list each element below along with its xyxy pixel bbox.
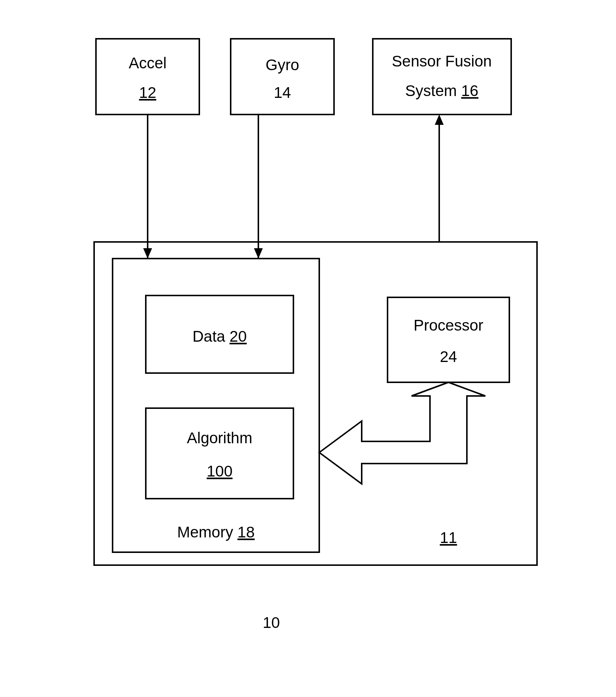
- svg-rect-7: [388, 297, 509, 382]
- memory-label-row: Memory 18: [177, 523, 255, 541]
- sensor-fusion-box: Sensor Fusion System 16: [373, 39, 511, 115]
- accel-label: Accel: [129, 54, 167, 72]
- algorithm-ref: 100: [207, 462, 233, 480]
- sensor-fusion-line1: Sensor Fusion: [392, 52, 492, 70]
- arrow-gyro-to-memory: [254, 115, 263, 259]
- accel-ref: 12: [139, 84, 156, 101]
- svg-marker-9: [143, 248, 152, 259]
- sensor-fusion-line2: System 16: [405, 82, 478, 99]
- block-arrow-memory-processor: [319, 382, 485, 484]
- accel-box: Accel 12: [96, 39, 199, 115]
- outer-ref: 11: [440, 529, 457, 546]
- processor-label: Processor: [413, 317, 483, 334]
- arrow-outer-to-sensor-fusion: [435, 115, 444, 242]
- gyro-ref: 14: [274, 84, 291, 101]
- svg-rect-0: [96, 39, 199, 115]
- svg-rect-6: [146, 408, 293, 499]
- svg-marker-13: [435, 115, 444, 125]
- processor-box: Processor 24: [388, 297, 509, 382]
- gyro-label: Gyro: [265, 56, 299, 74]
- svg-rect-3: [94, 242, 537, 565]
- arrow-accel-to-memory: [143, 115, 152, 259]
- svg-rect-1: [231, 39, 334, 115]
- algorithm-box: Algorithm 100: [146, 408, 293, 499]
- svg-rect-2: [373, 39, 511, 115]
- algorithm-label: Algorithm: [187, 429, 252, 447]
- outer-container: 11: [94, 242, 537, 565]
- svg-rect-4: [113, 259, 319, 552]
- processor-ref: 24: [440, 348, 457, 365]
- data-box: Data 20: [146, 295, 293, 373]
- figure-number: 10: [263, 614, 280, 631]
- data-label-row: Data 20: [192, 328, 247, 345]
- memory-box: Memory 18: [113, 259, 319, 552]
- svg-marker-11: [254, 248, 263, 259]
- gyro-box: Gyro 14: [231, 39, 334, 115]
